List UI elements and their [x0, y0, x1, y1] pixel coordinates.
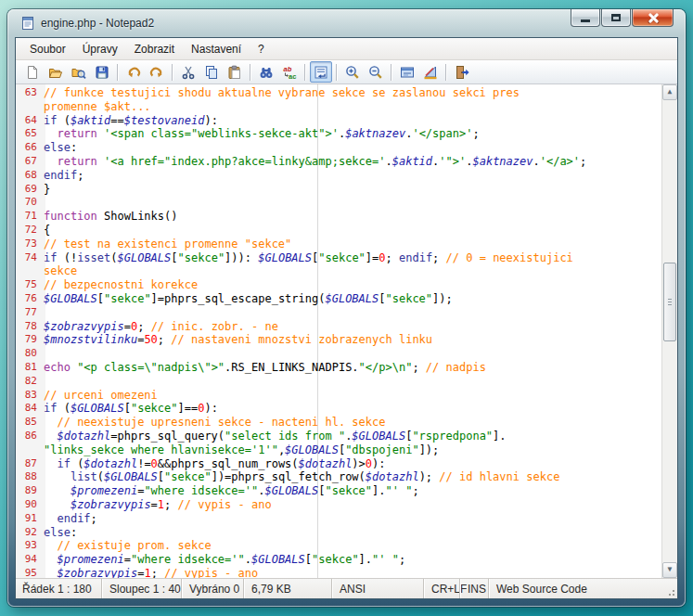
replace-button[interactable]: abac — [278, 61, 301, 83]
redo-icon — [149, 65, 164, 80]
svg-text:ac: ac — [289, 72, 296, 80]
toolbar-separator — [117, 64, 118, 81]
scrollbar-thumb[interactable] — [663, 263, 676, 341]
code-row: sekce — [16, 264, 661, 278]
code-text: // funkce testujici shodu aktualne vybra… — [44, 86, 520, 100]
redo-button[interactable] — [146, 61, 168, 83]
status-bar: Řádek 1 : 180Sloupec 1 : 40Vybráno 06,79… — [16, 578, 677, 598]
status-line[interactable]: Řádek 1 : 180 — [16, 579, 101, 598]
code-text — [44, 347, 50, 361]
notepad2-window: engine.php - Notepad2 SouborÚpravyZobraz… — [7, 9, 686, 607]
menu-item-nastaveni[interactable]: Nastavení — [183, 40, 250, 58]
view-scheme-icon — [400, 65, 415, 80]
line-number: 89 — [16, 484, 44, 498]
line-number: 64 — [16, 114, 44, 128]
save-button[interactable] — [91, 61, 113, 83]
code-row: 86 $dotazhl=phprs_sql_query("select ids … — [16, 430, 661, 443]
code-row: 92else: — [16, 526, 661, 540]
browse-button[interactable] — [68, 61, 90, 83]
cut-button[interactable] — [177, 61, 199, 83]
code-text — [44, 375, 50, 389]
resize-grip-icon[interactable] — [665, 586, 675, 597]
code-text: // test na existenci promenne "sekce" — [44, 237, 291, 251]
zoom-out-button[interactable] — [365, 61, 387, 83]
scroll-up-arrow-icon[interactable]: ▲ — [662, 84, 677, 100]
line-number: 90 — [16, 498, 44, 512]
code-row: 75// bezpecnostni korekce — [16, 278, 661, 292]
menu-item-upravy[interactable]: Úpravy — [74, 40, 126, 58]
minimize-button[interactable] — [571, 9, 600, 27]
code-row: 88 list($GLOBALS["sekce"])=phprs_sql_fet… — [16, 470, 661, 484]
line-number: 87 — [16, 457, 44, 471]
status-eol[interactable]: CR+LF — [423, 579, 459, 598]
zoom-in-button[interactable] — [341, 61, 364, 83]
paste-icon — [227, 65, 242, 80]
line-number: 93 — [16, 539, 44, 553]
status-enc[interactable]: ANSI — [331, 579, 423, 598]
line-number: 95 — [16, 567, 44, 578]
browse-icon — [71, 65, 86, 80]
line-number — [16, 100, 44, 114]
code-row: 69} — [16, 183, 661, 197]
toolbar-separator — [336, 64, 337, 81]
line-number: 80 — [16, 347, 44, 361]
undo-button[interactable] — [122, 61, 145, 83]
exit-button[interactable] — [451, 61, 473, 83]
code-row: 71function ShowLinks() — [16, 210, 661, 224]
view-scheme-button[interactable] — [396, 61, 418, 83]
customize-scheme-button[interactable] — [419, 61, 442, 83]
code-text: // existuje prom. sekce — [44, 539, 212, 553]
line-number: 66 — [16, 141, 44, 155]
code-row: 79$mnozstvilinku=50; // nastaveni mnozst… — [16, 333, 661, 347]
line-number — [16, 264, 44, 278]
close-button[interactable] — [632, 9, 674, 27]
copy-button[interactable] — [200, 61, 223, 83]
find-button[interactable] — [255, 61, 277, 83]
code-text: $promezeni="where idsekce='".$GLOBALS["s… — [44, 484, 419, 498]
word-wrap-button[interactable] — [310, 61, 332, 83]
line-number: 70 — [16, 196, 44, 210]
client-area: SouborÚpravyZobrazitNastavení? abac 63//… — [15, 37, 678, 599]
code-row: promenne $akt... — [16, 100, 661, 114]
status-col[interactable]: Sloupec 1 : 40 — [101, 579, 181, 598]
code-row: 89 $promezeni="where idsekce='".$GLOBALS… — [16, 484, 661, 498]
menu-item-zobrazit[interactable]: Zobrazit — [126, 40, 183, 58]
line-number: 92 — [16, 526, 44, 540]
line-number: 86 — [16, 430, 44, 443]
new-button[interactable] — [21, 61, 44, 83]
code-text: $zobrazvypis=0; // inic. zobr. - ne — [44, 320, 278, 334]
line-number: 88 — [16, 470, 44, 484]
line-number: 74 — [16, 251, 44, 265]
replace-icon: abac — [282, 65, 297, 80]
vertical-scrollbar[interactable]: ▲ ▼ — [661, 84, 677, 578]
status-size[interactable]: 6,79 KB — [243, 579, 331, 598]
code-text — [44, 306, 50, 320]
menu-bar: SouborÚpravyZobrazitNastavení? — [16, 38, 677, 60]
status-mode[interactable]: INS — [459, 579, 488, 598]
scroll-down-arrow-icon[interactable]: ▼ — [662, 562, 677, 578]
code-row: 76$GLOBALS["sekce"]=phprs_sql_escape_str… — [16, 292, 661, 306]
code-text: // urceni omezeni — [44, 389, 158, 403]
code-row: 82 — [16, 375, 661, 389]
maximize-button[interactable] — [601, 9, 631, 27]
code-row: 80 — [16, 347, 661, 361]
title-bar[interactable]: engine.php - Notepad2 — [15, 9, 678, 37]
code-row: 65 return '<span class="weblinks-sekce-a… — [16, 127, 661, 141]
code-area[interactable]: 63// funkce testujici shodu aktualne vyb… — [16, 84, 661, 578]
status-sel[interactable]: Vybráno 0 — [181, 579, 243, 598]
line-number: 69 — [16, 183, 44, 197]
window-title: engine.php - Notepad2 — [41, 17, 154, 30]
code-text: $GLOBALS["sekce"]=phprs_sql_escape_strin… — [44, 292, 453, 306]
line-number: 94 — [16, 553, 44, 567]
status-scheme[interactable]: Web Source Code — [488, 579, 677, 598]
toolbar-separator — [172, 64, 173, 81]
menu-item-soubor[interactable]: Soubor — [21, 40, 74, 58]
paste-button[interactable] — [224, 61, 246, 83]
menu-item-help[interactable]: ? — [250, 40, 273, 58]
code-text: if ($aktid==$testovaneid): — [44, 114, 218, 128]
code-text: promenne $akt... — [44, 100, 151, 114]
line-number: 67 — [16, 155, 44, 169]
code-text: $zobrazvypis=1; // vypis - ano — [44, 498, 272, 512]
open-button[interactable] — [45, 61, 67, 83]
line-number: 82 — [16, 375, 44, 389]
